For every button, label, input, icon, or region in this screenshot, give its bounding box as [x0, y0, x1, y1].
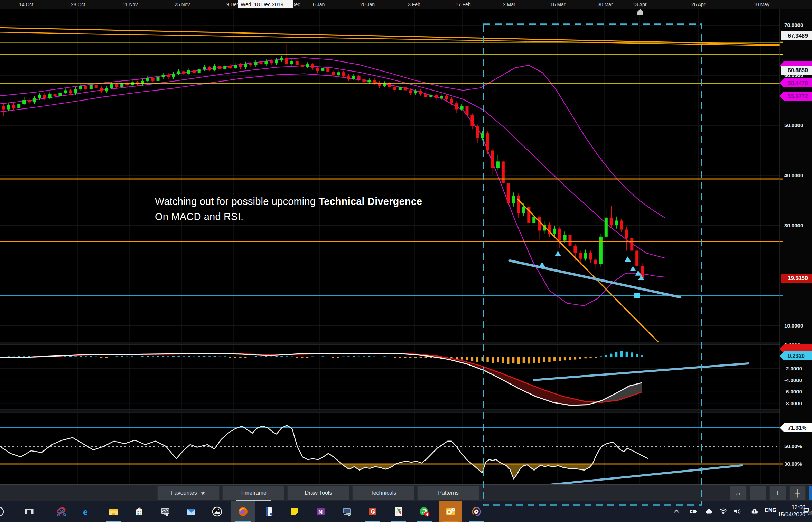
photos-icon[interactable]: [211, 505, 224, 518]
cortana-icon[interactable]: [0, 505, 6, 518]
price-badge: 55.6772: [780, 92, 812, 101]
svg-text:3 Feb: 3 Feb: [408, 2, 420, 7]
svg-text:58.4470: 58.4470: [788, 80, 808, 86]
presentation-open-indicator: [391, 521, 406, 522]
svg-text:26 Apr: 26 Apr: [691, 2, 706, 7]
annotation-bold: Technical Divergence: [318, 196, 422, 207]
battery-icon[interactable]: [688, 506, 698, 516]
svg-text:28 Oct: 28 Oct: [71, 2, 85, 7]
chevron-up-icon[interactable]: [672, 506, 681, 516]
price-badge: 58.4470: [780, 78, 812, 87]
clock-date: 15/04/2020: [776, 511, 805, 519]
svg-text:!: !: [754, 510, 755, 514]
auto-scale-icon[interactable]: ↕: [809, 486, 812, 500]
powerpoint-icon[interactable]: P: [366, 505, 379, 518]
svg-text:14 Oct: 14 Oct: [19, 2, 33, 7]
toolbar-button-favourites[interactable]: Favourites★: [157, 486, 220, 500]
outlook-open-indicator: [443, 521, 458, 522]
file-explorer-icon[interactable]: [107, 505, 120, 518]
firefox-icon[interactable]: [236, 505, 250, 518]
notification-center-icon[interactable]: 1: [803, 506, 812, 516]
chart-canvas[interactable]: 70.000060.000050.000040.000030.000010.00…: [0, 0, 812, 484]
date-axis[interactable]: [0, 0, 812, 9]
svg-text:6 Jan: 6 Jan: [313, 2, 325, 7]
whatsapp-open-indicator: [417, 521, 432, 522]
svg-text:e: e: [83, 506, 87, 517]
svg-text:0.2320: 0.2320: [788, 353, 805, 359]
sticky-notes-icon[interactable]: [288, 505, 301, 518]
system-monitor-icon[interactable]: [159, 505, 172, 518]
zoom-horizontal-icon[interactable]: ↔: [730, 486, 747, 500]
toolbar-button-draw-tools[interactable]: Draw Tools: [287, 486, 349, 500]
svg-text:19.5150: 19.5150: [788, 275, 808, 281]
svg-text:N: N: [318, 509, 323, 515]
outlook-icon[interactable]: [444, 505, 457, 518]
svg-text:55.6772: 55.6772: [788, 93, 808, 99]
powerpoint-open-indicator: [365, 521, 380, 522]
svg-text:30.00%: 30.00%: [784, 461, 802, 467]
publisher-icon[interactable]: [262, 505, 276, 518]
crosshair-icon[interactable]: ┼: [789, 486, 806, 500]
language-indicator[interactable]: ENG: [765, 507, 777, 513]
remote-desktop-icon[interactable]: [340, 505, 353, 518]
svg-text:-2.0000: -2.0000: [784, 366, 802, 371]
svg-text:70.0000: 70.0000: [784, 22, 803, 28]
groove-music-open-indicator: [469, 521, 484, 522]
svg-text:4: 4: [426, 512, 428, 517]
price-badge: 71.31%: [780, 423, 812, 432]
svg-text:71.31%: 71.31%: [788, 425, 806, 431]
annotation-line1: Watching out for possible upcoming: [155, 196, 318, 207]
svg-text:10 May: 10 May: [754, 2, 769, 7]
store-icon[interactable]: [133, 505, 146, 518]
cloud-alert-icon[interactable]: !: [749, 506, 759, 516]
svg-text:1: 1: [809, 511, 811, 515]
svg-text:16 Mar: 16 Mar: [550, 2, 566, 7]
clock-time: 12:00: [776, 504, 805, 511]
svg-text:50.00%: 50.00%: [784, 443, 802, 449]
price-badge: 19.5150: [781, 274, 812, 283]
svg-text:2 Mar: 2 Mar: [503, 2, 515, 7]
price-badge: 60.8650: [781, 66, 812, 75]
toolbar-button-patterns[interactable]: Patterns: [417, 486, 479, 500]
onedrive-cloud-icon[interactable]: [704, 506, 713, 516]
trading-chart[interactable]: 70.000060.000050.000040.000030.000010.00…: [0, 0, 812, 484]
svg-text:-4.0000: -4.0000: [784, 377, 802, 383]
chart-toolbar: Favourites★TimeframeDraw ToolsTechnicals…: [0, 484, 812, 501]
presentation-icon[interactable]: [392, 505, 405, 518]
price-badge: 67.3489: [781, 31, 812, 40]
svg-text:13 Apr: 13 Apr: [633, 2, 647, 7]
windows-taskbar: eNP4!ENG12:0015/04/20201: [0, 501, 812, 522]
svg-text:P: P: [372, 509, 375, 514]
whatsapp-icon[interactable]: 4: [418, 505, 431, 518]
file-explorer-open-indicator: [106, 521, 121, 522]
volume-icon[interactable]: [732, 506, 742, 516]
groove-music-icon[interactable]: [470, 505, 483, 518]
svg-text:50.0000: 50.0000: [784, 122, 803, 128]
svg-text:40.0000: 40.0000: [784, 172, 803, 178]
svg-text:10.0000: 10.0000: [784, 323, 803, 329]
svg-text:30 Mar: 30 Mar: [598, 2, 613, 7]
edge-icon[interactable]: e: [81, 505, 94, 518]
zoom-out-icon[interactable]: −: [750, 486, 766, 500]
toolbar-button-technicals[interactable]: Technicals: [352, 486, 414, 500]
chart-annotation: Watching out for possible upcoming Techn…: [155, 194, 422, 224]
mail-icon[interactable]: [185, 505, 198, 518]
task-view-icon[interactable]: [23, 505, 36, 518]
svg-text:60.8650: 60.8650: [788, 67, 808, 73]
taskbar-clock[interactable]: 12:0015/04/2020: [776, 504, 805, 519]
svg-text:20 Jan: 20 Jan: [360, 2, 375, 7]
firefox-open-indicator: [235, 521, 251, 522]
onenote-icon[interactable]: N: [314, 505, 327, 518]
svg-text:-8.0000: -8.0000: [784, 400, 802, 406]
wifi-icon[interactable]: [718, 506, 728, 516]
svg-text:-6.0000: -6.0000: [784, 389, 802, 395]
square-marker[interactable]: [634, 293, 640, 298]
svg-text:25 Nov: 25 Nov: [175, 2, 190, 7]
svg-text:67.3489: 67.3489: [788, 33, 808, 39]
annotation-line2: On MACD and RSI.: [155, 211, 243, 222]
toolbar-button-timeframe[interactable]: Timeframe: [222, 486, 284, 500]
star-icon: ★: [200, 490, 206, 497]
svg-text:Wed, 18 Dec 2019: Wed, 18 Dec 2019: [241, 1, 283, 7]
snipping-tool-icon[interactable]: [55, 505, 68, 518]
zoom-in-icon[interactable]: +: [769, 486, 786, 500]
